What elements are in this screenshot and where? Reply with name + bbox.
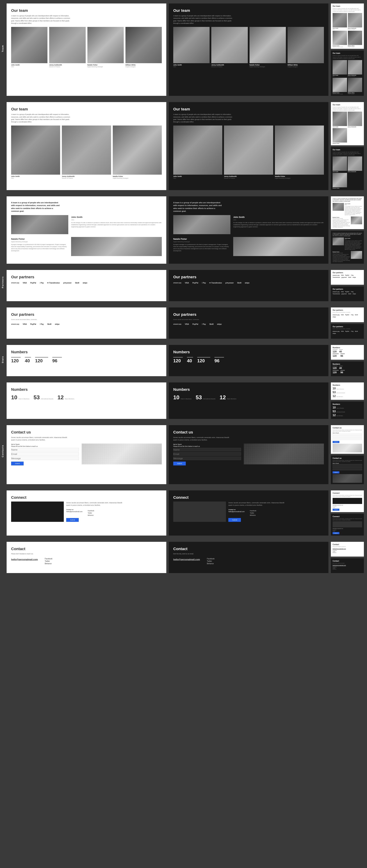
team-member-d3: Natalie Fisher Digital Marketing Strateg… [250, 27, 286, 67]
member-photo-d4 [288, 27, 324, 63]
team-small-title-2: Our team [333, 52, 362, 54]
partners-small-white: Our partners amazon pay VISA PayPal  Pa… [331, 270, 364, 285]
contact-left-dark: Get in Touch Please fill out the form be… [173, 443, 241, 465]
stats-card-dark-detail: Numbers 10 Years in Business 53 Internat… [169, 382, 329, 419]
number-line-d4 [215, 357, 224, 358]
sp-amazon: amazon pay [333, 275, 340, 276]
contact-email-field[interactable] [11, 452, 79, 456]
sm-connect-submit-dark[interactable]: Submit [333, 532, 339, 534]
number-line-4 [52, 357, 62, 358]
partners-small-partial-col: Our partners Donec iaculis accumsan libe… [331, 307, 364, 339]
stats-card-white-simple: Numbers 120 40 120 96 [7, 345, 166, 376]
numbers-row-1: 120 40 120 96 [11, 357, 162, 363]
ppd-stripe: stripe [217, 323, 222, 325]
ndd-item-1: 10 Years in Business [173, 395, 192, 400]
sm-contact-name-d[interactable] [333, 464, 362, 466]
pp-skrill: Skrill [47, 323, 51, 325]
team-small-col-2: Our team A team is a group of people who… [331, 102, 364, 190]
logo-skrill-d: Skrill [237, 282, 242, 284]
stats-row-2: Numbers 10 Years in Business 53 Internat… [0, 379, 367, 422]
number-line-3 [35, 357, 48, 358]
connect-submit-dark[interactable]: Submit [228, 518, 241, 522]
contact-email-block: hello@personalmail.com [11, 557, 38, 565]
ndd-item-3: 12 Team Members [220, 395, 236, 400]
sm-contact-msg-d[interactable] [333, 469, 362, 470]
contact-email-field-d[interactable] [173, 452, 241, 456]
stats-section: Stats Numbers 120 40 120 96 Numbers [0, 342, 367, 379]
sm-photo-1 [333, 13, 347, 27]
team-detail-left-1 [11, 215, 68, 234]
contact-submit-button[interactable]: Submit [11, 462, 24, 465]
get-in-touch-label: Get in Touch [11, 443, 79, 445]
partners-card-dark-full: Our partners amazon pay VISA PayPal  Pa… [169, 270, 329, 301]
contacts-small-dark: Contact us Donec iaculis accumsan libero… [331, 456, 364, 484]
contact-message-field-d[interactable] [173, 457, 241, 460]
sm-contact-email[interactable] [333, 436, 362, 438]
dark-detail-right: John Smith CEO It is the design of a sit… [233, 215, 324, 234]
member-photo-d3 [250, 27, 286, 63]
natalie-info: Natalie Fisher Digital Marketing Strateg… [11, 237, 68, 256]
team-member-4: William White Graphic Designer [125, 27, 162, 67]
number-item-d1: 120 [173, 357, 183, 363]
spd-paypal: PayPal [345, 291, 349, 292]
contact-name-field-d[interactable] [173, 448, 241, 452]
team-bio-white: A team is a group of people who are inte… [7, 196, 166, 264]
partners-logos-white: amazon pay VISA PayPal  Pay ➠ Transferw… [11, 282, 162, 284]
tm3d-1: John Smith CEO [173, 125, 222, 179]
sm-contact-name[interactable] [333, 434, 362, 435]
number-item-4: 96 [52, 357, 62, 363]
sm-connect-submit-white[interactable]: Submit [333, 509, 339, 511]
sm-bio-natalie [351, 216, 362, 224]
member-role-d2: Director of Finance [211, 66, 248, 67]
dark-natalie-photo [233, 237, 324, 256]
sm-contact-submit-d[interactable]: Submit [333, 471, 339, 473]
sm-contact-msg[interactable] [333, 438, 362, 440]
connect-submit-white[interactable]: Submit [66, 518, 79, 522]
member-name-d1: John Smith [173, 64, 209, 66]
logo-amazon: amazon pay [11, 282, 19, 284]
connect-image-white [11, 501, 64, 522]
connect-layout-white: Donec iaculis accumsan libero, commodo v… [11, 501, 162, 522]
sp-sk: Skrill [348, 277, 351, 278]
sm-connect-img-dark [333, 521, 362, 527]
contact-right-dark [244, 443, 324, 465]
sm-connect-img-white [333, 498, 362, 504]
sm3-2: Jenny Goldsmith [348, 112, 362, 127]
team-small-bio-dark: A team is a group of people who are inte… [331, 231, 364, 264]
member-photo-d1 [173, 27, 209, 63]
partners-card-dark-partial: Our partners Donec iaculis accumsan libe… [169, 307, 329, 339]
contact-submit-button-d[interactable]: Submit [173, 462, 186, 465]
sm-contact-submit[interactable]: Submit [333, 441, 339, 443]
stats-small-col: Numbers 120 40 120 [331, 345, 364, 376]
sm3d-2: Jenny Goldsmith [348, 156, 362, 172]
sm-member-2: Jenny Goldsmith Director of Finance [348, 13, 362, 30]
team-member-d2: Jenny Goldsmith Director of Finance [211, 27, 248, 67]
number-item-d2: 40 [187, 357, 193, 363]
contact-right-1 [82, 443, 162, 465]
tm3d-3: Natalie Fisher Digital Marketing Strateg… [275, 125, 324, 179]
sp-st: stripe [352, 277, 356, 278]
contact-social-white: Facebook Twitter Behance [45, 558, 53, 565]
dark-natalie-info: Natalie Fisher Digital Marketing Strateg… [173, 237, 230, 256]
team-row-2: Our team A team is a group of people who… [0, 99, 367, 193]
team-small-title-1: Our team [333, 5, 362, 7]
small-bio-dark-row1: John Smith CEO It is the design of a sit… [333, 238, 362, 250]
member-role-2: Director of Finance [49, 66, 85, 67]
contact-name-field[interactable] [11, 448, 79, 452]
sm-contact-email-d[interactable] [333, 466, 362, 468]
sm3d-1: John Smith [333, 156, 347, 172]
team-section: Team Our team A team is a group of peopl… [0, 0, 367, 99]
member-name-d4: William White [288, 64, 324, 66]
logo-visa-d: VISA [185, 282, 189, 284]
member-name-d2: Jenny Goldsmith [211, 64, 248, 66]
contacts-label: Contacts [1, 452, 4, 457]
team-card-4-dark: Our team A team is a group of people who… [169, 3, 329, 96]
stats-small-detail-white: Numbers 10 Years in Business 53 Internat… [331, 382, 364, 400]
contact-message-field[interactable] [11, 457, 79, 460]
contacts-row-3: Contact Please don't hesitate to reach o… [0, 539, 367, 576]
team-bio-tagline: A team is a group of people who are inte… [11, 201, 60, 213]
team-card-3-white: Our team A team is a group of people who… [7, 102, 166, 190]
dark-bio-photo-natalie [233, 237, 324, 256]
sp-visa: VISA [341, 275, 344, 276]
map-dark [244, 443, 324, 464]
